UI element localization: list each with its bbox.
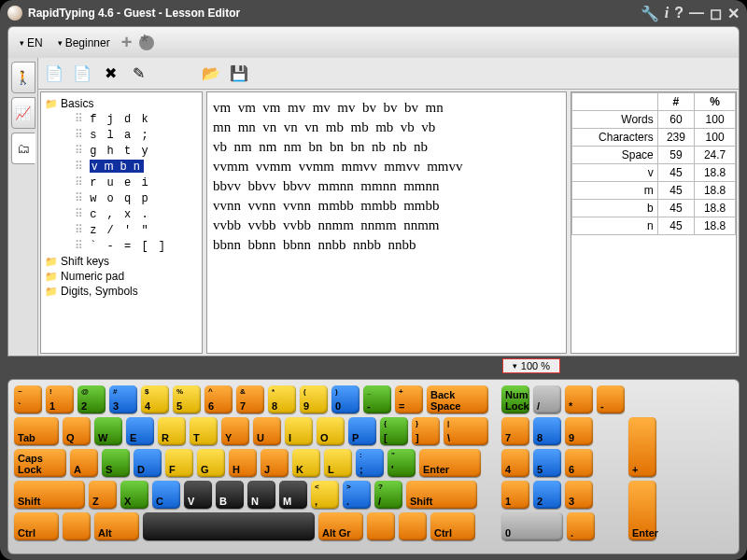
add-icon[interactable]: + — [121, 32, 133, 53]
new-file-icon[interactable]: 📄 — [44, 63, 64, 84]
key-d[interactable]: D — [134, 449, 162, 477]
numpad-key-2[interactable]: 2 — [533, 481, 561, 509]
key-capslock[interactable]: Caps Lock — [14, 449, 66, 477]
key-ctrl[interactable]: Ctrl — [14, 512, 59, 540]
tree-lesson[interactable]: ` - = [ ] — [45, 238, 198, 254]
key-[interactable]: ?/ — [374, 481, 402, 509]
tree-lesson[interactable]: w o q p — [45, 190, 198, 206]
tree-folder[interactable]: Numeric pad — [45, 269, 198, 284]
key-blank[interactable] — [367, 512, 395, 540]
numpad-key-9[interactable]: 9 — [565, 417, 593, 445]
tree-lesson[interactable]: c , x . — [45, 206, 198, 222]
key-9[interactable]: (9 — [300, 385, 328, 413]
key-c[interactable]: C — [152, 481, 180, 509]
edit-icon[interactable]: ✎ — [128, 63, 148, 84]
key-v[interactable]: V — [184, 481, 212, 509]
key-8[interactable]: *8 — [268, 385, 296, 413]
key-k[interactable]: K — [292, 449, 320, 477]
info-icon[interactable]: i — [665, 5, 669, 21]
language-dropdown[interactable]: EN — [16, 35, 47, 51]
key-q[interactable]: Q — [63, 417, 91, 445]
key-blank[interactable] — [399, 512, 427, 540]
tab-lessons[interactable]: 🗂 — [11, 133, 35, 164]
key-l[interactable]: L — [324, 449, 352, 477]
key-[interactable]: {[ — [380, 417, 408, 445]
zoom-dropdown[interactable]: 100 % — [502, 358, 560, 373]
key-shift[interactable]: Shift — [406, 481, 477, 509]
key-[interactable]: ~` — [14, 385, 42, 413]
settings-icon[interactable] — [139, 35, 154, 50]
new-lesson-icon[interactable]: 📄 — [72, 63, 92, 84]
key-enter[interactable]: Enter — [419, 449, 481, 477]
key-4[interactable]: $4 — [141, 385, 169, 413]
tree-folder[interactable]: Digits, Symbols — [45, 284, 198, 299]
tree-folder[interactable]: Shift keys — [45, 254, 198, 269]
key-[interactable]: :; — [356, 449, 384, 477]
key-7[interactable]: &7 — [236, 385, 264, 413]
key-b[interactable]: B — [216, 481, 244, 509]
key-g[interactable]: G — [197, 449, 225, 477]
key-6[interactable]: ^6 — [204, 385, 233, 413]
key-[interactable]: }] — [412, 417, 440, 445]
numpad-key-6[interactable]: 6 — [565, 449, 593, 477]
key-ctrl[interactable]: Ctrl — [430, 512, 475, 540]
close-icon[interactable]: ✕ — [727, 5, 740, 22]
tree-lesson[interactable]: z / ' " — [45, 222, 198, 238]
key-0[interactable]: )0 — [331, 385, 359, 413]
tab-run[interactable]: 🚶 — [11, 62, 35, 93]
key-n[interactable]: N — [247, 481, 275, 509]
numpad-key-[interactable]: / — [533, 385, 561, 413]
tree-lesson[interactable]: v m b n — [45, 159, 198, 175]
key-w[interactable]: W — [94, 417, 122, 445]
key-m[interactable]: M — [279, 481, 307, 509]
tree-lesson[interactable]: s l a ; — [45, 127, 198, 143]
numpad-key-[interactable]: * — [565, 385, 593, 413]
key-p[interactable]: P — [348, 417, 376, 445]
key-h[interactable]: H — [229, 449, 257, 477]
tree-lesson[interactable]: r u e i — [45, 175, 198, 190]
key-blank[interactable] — [63, 512, 91, 540]
lesson-text[interactable]: vm vm vm mv mv mv bv bv bv mn mn mn vn v… — [206, 91, 567, 354]
numpad-key-8[interactable]: 8 — [533, 417, 561, 445]
numpad-key-4[interactable]: 4 — [501, 449, 529, 477]
tree-lesson[interactable]: g h t y — [45, 143, 198, 159]
numpad-key-1[interactable]: 1 — [501, 481, 529, 509]
help-icon[interactable]: ? — [674, 5, 684, 21]
delete-icon[interactable]: ✖ — [100, 63, 120, 84]
key-a[interactable]: A — [70, 449, 98, 477]
key-i[interactable]: I — [285, 417, 313, 445]
key-u[interactable]: U — [253, 417, 281, 445]
maximize-icon[interactable]: ◻ — [710, 5, 722, 22]
key-o[interactable]: O — [317, 417, 345, 445]
key-[interactable]: _- — [363, 385, 391, 413]
key-altgr[interactable]: Alt Gr — [318, 512, 363, 540]
tree-folder-basics[interactable]: Basics — [45, 96, 198, 111]
key-1[interactable]: !1 — [46, 385, 74, 413]
key-tab[interactable]: Tab — [14, 417, 59, 445]
key-j[interactable]: J — [261, 449, 289, 477]
tab-stats[interactable]: 📈 — [11, 97, 35, 129]
key-[interactable]: >. — [343, 481, 371, 509]
numpad-key-7[interactable]: 7 — [501, 417, 529, 445]
key-e[interactable]: E — [126, 417, 154, 445]
key-y[interactable]: Y — [221, 417, 249, 445]
key-backspace[interactable]: Back Space — [427, 385, 488, 413]
numpad-key-5[interactable]: 5 — [533, 449, 561, 477]
numpad-key-3[interactable]: 3 — [565, 481, 593, 509]
key-r[interactable]: R — [158, 417, 186, 445]
key-x[interactable]: X — [120, 481, 148, 509]
numpad-key-enter[interactable]: Enter — [628, 481, 656, 540]
key-z[interactable]: Z — [89, 481, 117, 509]
save-icon[interactable]: 💾 — [229, 63, 249, 84]
key-3[interactable]: #3 — [109, 385, 137, 413]
key-f[interactable]: F — [165, 449, 193, 477]
key-alt[interactable]: Alt — [94, 512, 139, 540]
wrench-icon[interactable]: 🔧 — [641, 5, 659, 22]
level-dropdown[interactable]: Beginner — [54, 35, 114, 51]
numpad-key-0[interactable]: 0 — [501, 512, 563, 540]
key-blank[interactable] — [143, 512, 315, 540]
numpad-key-[interactable]: - — [597, 385, 625, 413]
tree-lesson[interactable]: f j d k — [45, 111, 198, 127]
key-shift[interactable]: Shift — [14, 481, 85, 509]
numpad-key-numlock[interactable]: Num Lock — [501, 385, 529, 413]
